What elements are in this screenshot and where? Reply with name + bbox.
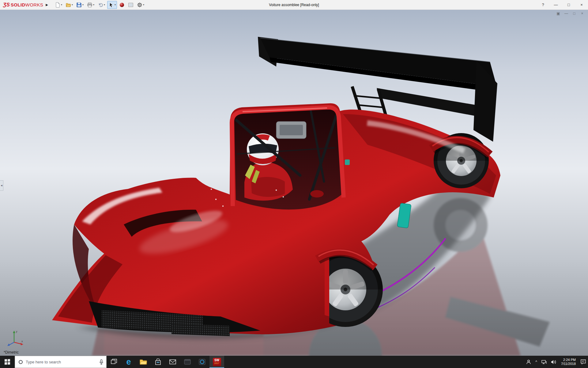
solidworks-icon-year: 2017 xyxy=(214,362,219,365)
app-icon-mail[interactable] xyxy=(165,356,180,368)
cockpit-panel xyxy=(276,121,306,139)
open-button[interactable]: ▾ xyxy=(64,1,74,9)
gear-icon xyxy=(137,2,142,8)
windows-logo-icon xyxy=(5,359,10,365)
search-input[interactable] xyxy=(25,359,96,365)
taskbar: e xyxy=(0,356,588,368)
design-table-button[interactable] xyxy=(127,1,135,9)
caret-down-icon: ▾ xyxy=(115,4,116,6)
select-button[interactable]: ▾ xyxy=(107,1,117,9)
title-bar: ƷS SOLIDWORKS ▶ ▾ ▾ ▾ ▾ ▾ xyxy=(0,0,588,10)
orientation-triad[interactable]: y x xyxy=(7,329,24,347)
app-icon-store[interactable] xyxy=(151,356,165,368)
task-view-button[interactable] xyxy=(107,356,121,368)
save-button[interactable]: ▾ xyxy=(75,1,85,9)
solidworks-icon: SW 2017 xyxy=(213,358,221,366)
speaker-icon xyxy=(551,360,556,364)
view-orientation-label: *Dimetric xyxy=(4,350,19,355)
child-restore-button[interactable]: □ xyxy=(572,11,576,16)
brand-light: WORKS xyxy=(25,2,43,7)
help-button[interactable]: ? xyxy=(537,0,549,10)
app-icon-media-player[interactable] xyxy=(195,356,209,368)
select-cursor-icon xyxy=(108,2,114,8)
design-table-icon xyxy=(128,2,134,8)
child-close-button[interactable]: × xyxy=(580,11,584,16)
app-icon-solidworks[interactable]: SW 2017 xyxy=(209,356,224,368)
cockpit[interactable] xyxy=(232,107,344,209)
minimize-button[interactable]: — xyxy=(549,0,562,10)
action-center-icon xyxy=(581,359,586,364)
menu-flyout-arrow[interactable]: ▶ xyxy=(44,3,52,6)
clock-time: 2:24 PM xyxy=(563,358,576,362)
child-pane-button[interactable]: ▣ xyxy=(556,11,560,16)
hidden-icons-button[interactable]: ^ xyxy=(533,356,539,368)
taskbar-search[interactable] xyxy=(15,356,107,368)
save-icon xyxy=(76,2,82,8)
undo-icon xyxy=(98,2,103,8)
car-3d-model[interactable] xyxy=(0,10,588,356)
caret-down-icon: ▾ xyxy=(82,4,84,6)
microphone-icon[interactable] xyxy=(100,359,103,365)
open-folder-icon xyxy=(66,2,71,8)
start-button[interactable] xyxy=(0,356,15,368)
graphics-area[interactable]: ▣ — □ × ◀ xyxy=(0,10,588,356)
window-controls: ? — □ × xyxy=(537,0,588,10)
volume-button[interactable] xyxy=(549,356,558,368)
action-center-button[interactable] xyxy=(579,356,588,368)
child-minimize-button[interactable]: — xyxy=(564,11,568,16)
caret-down-icon: ▾ xyxy=(93,4,94,6)
driver-helmet xyxy=(247,133,279,165)
child-window-controls: ▣ — □ × xyxy=(556,11,584,16)
people-icon xyxy=(526,359,531,364)
options-button[interactable]: ▾ xyxy=(136,1,145,9)
close-button[interactable]: × xyxy=(575,0,588,10)
appearance-button[interactable] xyxy=(118,1,126,9)
new-document-button[interactable]: ▾ xyxy=(54,1,63,9)
app-icon-edge[interactable]: e xyxy=(121,356,136,368)
new-document-icon xyxy=(55,2,60,8)
media-player-icon xyxy=(199,359,205,365)
appearance-sphere-icon xyxy=(119,2,125,8)
store-icon xyxy=(155,358,161,365)
mail-icon xyxy=(169,359,176,364)
network-button[interactable] xyxy=(539,356,549,368)
app-icon-console[interactable] xyxy=(180,356,195,368)
solidworks-window: ƷS SOLIDWORKS ▶ ▾ ▾ ▾ ▾ ▾ xyxy=(0,0,588,368)
solidworks-icon-label: SW xyxy=(214,359,219,362)
print-button[interactable]: ▾ xyxy=(86,1,96,9)
network-icon xyxy=(541,360,547,364)
caret-down-icon: ▾ xyxy=(143,4,144,6)
search-icon xyxy=(19,360,23,364)
caret-down-icon: ▾ xyxy=(72,4,73,6)
brand-bold: SOLID xyxy=(11,2,25,7)
people-button[interactable] xyxy=(524,356,533,368)
triad-x-label: x xyxy=(21,340,23,343)
app-icon-file-explorer[interactable] xyxy=(136,356,151,368)
caret-down-icon: ▾ xyxy=(61,4,62,6)
triad-y-label: y xyxy=(16,330,17,333)
system-tray: ^ 2:24 PM 7/11/2018 xyxy=(524,356,588,368)
brand-name: SOLIDWORKS xyxy=(11,2,43,7)
edge-icon: e xyxy=(126,358,131,366)
feature-tree-collapse-arrow[interactable]: ◀ xyxy=(0,180,3,191)
quick-access-toolbar: ▾ ▾ ▾ ▾ ▾ ▾ xyxy=(52,1,145,9)
side-mirror xyxy=(310,190,324,197)
caret-down-icon: ▾ xyxy=(104,4,105,6)
undo-button[interactable]: ▾ xyxy=(96,1,106,9)
task-view-icon xyxy=(111,359,117,365)
file-explorer-icon xyxy=(140,359,147,365)
dassault-3ds-mark-icon: ƷS xyxy=(3,2,10,8)
restore-button[interactable]: □ xyxy=(562,0,575,10)
clock-date: 7/11/2018 xyxy=(561,362,576,366)
taskbar-clock[interactable]: 2:24 PM 7/11/2018 xyxy=(558,356,579,368)
console-icon xyxy=(184,359,191,365)
print-icon xyxy=(87,2,92,8)
solidworks-logo: ƷS SOLIDWORKS xyxy=(0,2,44,8)
